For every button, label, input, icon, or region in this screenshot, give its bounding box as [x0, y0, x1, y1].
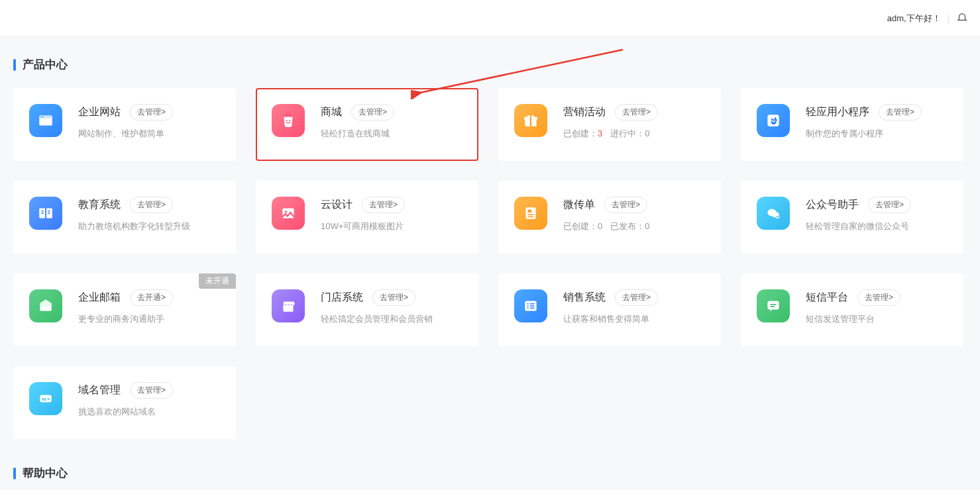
card-title: 微传单 — [563, 198, 595, 212]
card-desc: 短信发送管理平台 — [806, 313, 950, 326]
card-desc: 轻松打造在线商城 — [321, 127, 465, 140]
section-title-products: 产品中心 — [13, 57, 980, 72]
card-title: 销售系统 — [563, 291, 606, 305]
card-mall[interactable]: 商城 去管理> 轻松打造在线商城 — [256, 88, 478, 161]
wechat-icon — [757, 197, 790, 230]
card-desc: 已创建：3进行中：0 — [563, 127, 708, 140]
manage-button[interactable]: 去管理> — [351, 104, 394, 121]
svg-point-4 — [41, 117, 42, 118]
shopping-bag-icon — [272, 104, 305, 137]
card-desc: 轻松管理自家的微信公众号 — [806, 220, 950, 233]
document-icon — [514, 197, 547, 230]
svg-point-28 — [527, 305, 529, 307]
card-sms[interactable]: 短信平台 去管理> 短信发送管理平台 — [741, 273, 963, 346]
svg-point-26 — [527, 303, 529, 305]
card-desc: 10W+可商用模板图片 — [321, 220, 465, 233]
manage-button[interactable]: 去管理> — [362, 197, 405, 213]
card-design[interactable]: 云设计 去管理> 10W+可商用模板图片 — [256, 181, 478, 254]
card-title: 门店系统 — [321, 291, 363, 305]
card-mp[interactable]: 公众号助手 去管理> 轻松管理自家的微信公众号 — [741, 181, 963, 254]
card-title: 轻应用小程序 — [806, 105, 869, 119]
storefront-icon — [272, 289, 305, 322]
card-miniapp[interactable]: 轻应用小程序 去管理> 制作您的专属小程序 — [741, 88, 963, 161]
card-desc: 已创建：0已发布：0 — [563, 220, 708, 233]
manage-button[interactable]: 去管理> — [130, 382, 173, 399]
miniapp-icon — [757, 104, 790, 137]
divider: | — [948, 13, 950, 23]
svg-point-6 — [286, 120, 288, 121]
svg-point-7 — [289, 120, 290, 121]
svg-text:w.=: w.= — [42, 396, 51, 402]
bell-icon[interactable] — [956, 11, 968, 25]
card-sales[interactable]: 销售系统 去管理> 让获客和销售变得简单 — [498, 273, 721, 346]
open-button[interactable]: 去开通> — [130, 289, 173, 306]
envelope-icon — [29, 289, 62, 322]
card-title: 企业网站 — [78, 105, 121, 119]
chat-icon — [757, 289, 790, 322]
card-desc: 轻松搞定会员管理和会员营销 — [321, 313, 465, 326]
svg-point-5 — [42, 117, 44, 118]
card-desc: 制作您的专属小程序 — [806, 127, 950, 140]
svg-point-30 — [527, 307, 529, 309]
card-email[interactable]: 未开通 企业邮箱 去开通> 更专业的商务沟通助手 — [13, 273, 236, 346]
top-bar: adm,下午好！ | — [0, 0, 980, 37]
gift-icon — [514, 104, 547, 137]
svg-rect-32 — [767, 301, 779, 309]
browser-icon — [29, 104, 62, 137]
manage-button[interactable]: 去管理> — [615, 104, 658, 121]
section-title-text: 帮助中心 — [23, 466, 68, 481]
manage-button[interactable]: 去管理> — [130, 104, 173, 121]
list-icon — [514, 289, 547, 322]
card-desc: 挑选喜欢的网站域名 — [78, 405, 223, 418]
section-title-text: 产品中心 — [23, 57, 68, 72]
manage-button[interactable]: 去管理> — [857, 289, 900, 306]
card-title: 公众号助手 — [806, 198, 859, 212]
card-website[interactable]: 企业网站 去管理> 网站制作、维护都简单 — [13, 88, 236, 161]
card-desc: 网站制作、维护都简单 — [78, 127, 223, 140]
domain-icon: w.= — [29, 382, 62, 415]
image-icon — [272, 197, 305, 230]
card-title: 教育系统 — [78, 198, 121, 212]
manage-button[interactable]: 去管理> — [604, 197, 647, 213]
card-domain[interactable]: w.= 域名管理 去管理> 挑选喜欢的网站域名 — [13, 366, 236, 439]
svg-rect-19 — [528, 210, 531, 213]
book-icon — [29, 197, 62, 230]
title-bar — [13, 59, 16, 71]
card-marketing[interactable]: 营销活动 去管理> 已创建：3进行中：0 — [498, 88, 721, 161]
card-title: 企业邮箱 — [78, 291, 121, 305]
card-desc: 助力教培机构数字化转型升级 — [78, 220, 223, 233]
manage-button[interactable]: 去管理> — [879, 104, 922, 121]
card-title: 营销活动 — [563, 105, 606, 119]
card-title: 域名管理 — [78, 383, 121, 397]
manage-button[interactable]: 去管理> — [372, 289, 415, 306]
greeting-text: adm,下午好！ — [887, 13, 941, 24]
card-desc: 更专业的商务沟通助手 — [78, 313, 223, 326]
card-edu[interactable]: 教育系统 去管理> 助力教培机构数字化转型升级 — [13, 181, 236, 254]
manage-button[interactable]: 去管理> — [130, 197, 173, 213]
manage-button[interactable]: 去管理> — [868, 197, 911, 213]
badge-unopen: 未开通 — [199, 273, 236, 289]
card-store[interactable]: 门店系统 去管理> 轻松搞定会员管理和会员营销 — [256, 273, 478, 346]
section-title-help: 帮助中心 — [13, 466, 980, 481]
title-bar — [13, 467, 16, 479]
card-flyer[interactable]: 微传单 去管理> 已创建：0已发布：0 — [498, 181, 721, 254]
card-title: 商城 — [321, 105, 342, 119]
card-desc: 让获客和销售变得简单 — [563, 313, 708, 326]
card-title: 短信平台 — [806, 291, 848, 305]
svg-point-17 — [285, 211, 287, 213]
card-title: 云设计 — [321, 198, 353, 212]
svg-rect-10 — [530, 117, 531, 126]
manage-button[interactable]: 去管理> — [615, 289, 658, 306]
svg-rect-16 — [282, 208, 294, 218]
